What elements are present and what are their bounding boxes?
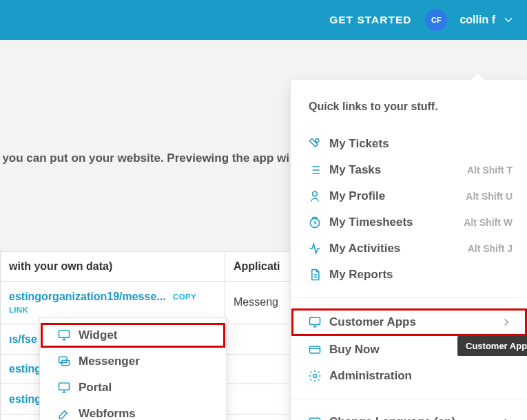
monitor-icon [55,381,73,395]
chat-icon [55,355,73,368]
app-url-link[interactable]: estingorganization19/messe... [9,291,166,303]
svg-rect-1 [59,357,68,362]
chevron-right-icon [473,316,513,328]
chevron-down-icon [502,14,515,26]
gear-icon [306,369,324,383]
top-bar: GET STARTED CF collin f [0,0,527,40]
menu-item-my-activities[interactable]: My Activities Alt Shift J [291,235,527,262]
tooltip: Customer Apps [457,336,527,356]
app-type-messenger[interactable]: Messenger [40,348,226,375]
list-icon [306,163,324,177]
menu-item-my-profile[interactable]: My Profile Alt Shift U [291,183,527,209]
svg-point-4 [316,139,319,143]
page-info-text: t you can put on your website. Previewin… [0,151,296,165]
col-header-url: with your own data) [1,252,225,282]
ticket-icon [306,137,324,151]
app-type-menu: Widget Messenger Portal Webforms Knowled… [39,317,227,420]
menu-item-change-language[interactable]: Change Language (en) [291,409,527,420]
menu-item-customer-apps[interactable]: Customer Apps [291,308,527,337]
shortcut-label: Alt Shift T [440,165,513,176]
get-started-button[interactable]: GET STARTED [329,14,411,26]
svg-rect-3 [59,383,70,390]
menu-arrow [471,73,485,80]
user-menu-trigger[interactable]: collin f [459,14,515,26]
user-dropdown-menu: Quick links to your stuff. My Tickets My… [290,80,527,420]
svg-rect-8 [310,346,320,353]
menu-item-my-reports[interactable]: My Reports [291,262,527,288]
menu-item-my-timesheets[interactable]: My Timesheets Alt Shift W [291,209,527,235]
credit-card-icon [306,343,324,357]
app-url-link[interactable]: ıs/fse [9,333,37,346]
svg-rect-7 [310,317,320,324]
username: collin f [459,14,495,26]
svg-point-9 [313,375,317,378]
chat-bubble-icon [306,415,324,420]
app-url-link[interactable]: esting [9,393,41,406]
shortcut-label: Alt Shift J [440,243,513,254]
shortcut-label: Alt Shift U [438,191,513,202]
menu-item-my-tickets[interactable]: My Tickets [291,131,527,157]
activity-icon [306,242,324,255]
edit-icon [55,407,73,420]
app-type-widget[interactable]: Widget [40,322,226,348]
shortcut-label: Alt Shift W [436,217,513,228]
monitor-icon [306,315,324,329]
avatar[interactable]: CF [425,9,447,31]
app-type-portal[interactable]: Portal [40,375,226,401]
document-icon [306,268,324,282]
monitor-icon [55,328,73,342]
clock-icon [306,216,324,229]
app-type-webforms[interactable]: Webforms [40,401,226,420]
menu-item-administration[interactable]: Administration [291,363,527,389]
user-icon [306,189,324,203]
app-url-link[interactable]: esting [9,363,41,375]
chevron-right-icon [473,416,513,420]
svg-rect-0 [59,330,70,337]
menu-item-my-tasks[interactable]: My Tasks Alt Shift T [291,157,527,183]
svg-point-5 [313,191,318,196]
quick-links-title: Quick links to your stuff. [291,80,527,131]
